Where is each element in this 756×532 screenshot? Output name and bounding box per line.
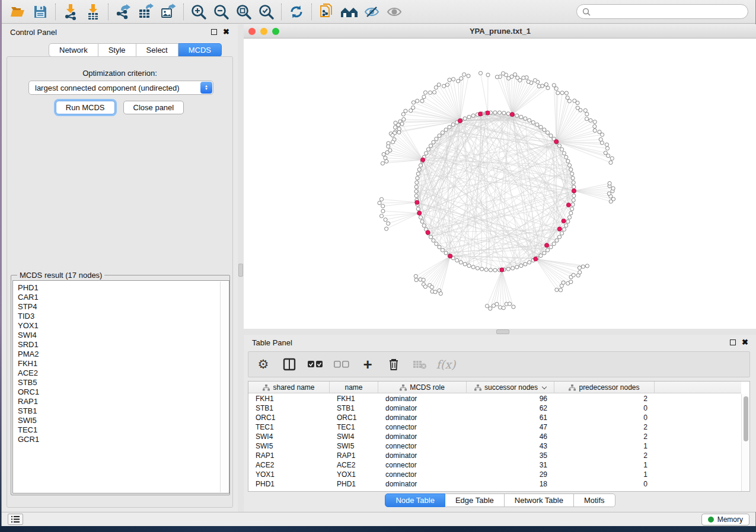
table-cell[interactable]: 0 xyxy=(554,403,655,413)
table-cell[interactable]: 43 xyxy=(467,441,554,451)
table-row[interactable]: FKH1FKH1dominator962 xyxy=(248,394,741,403)
table-cell[interactable]: SWI5 xyxy=(248,441,330,451)
table-settings-icon[interactable]: ⚙ xyxy=(256,357,271,372)
table-row[interactable]: YOX1YOX1connector291 xyxy=(248,470,741,479)
table-cell[interactable]: 62 xyxy=(467,403,554,413)
column-header-name[interactable]: name xyxy=(330,382,378,393)
tab-edge-table[interactable]: Edge Table xyxy=(445,493,505,507)
ndex-icon[interactable] xyxy=(338,2,361,21)
table-row[interactable]: RAP1RAP1dominator352 xyxy=(248,451,741,460)
horizontal-splitter[interactable] xyxy=(244,329,756,335)
close-panel-icon[interactable]: ✖ xyxy=(223,29,229,35)
column-header-successor-nodes[interactable]: successor nodes xyxy=(467,382,554,393)
zoom-out-icon[interactable] xyxy=(210,2,232,21)
vertical-splitter[interactable] xyxy=(238,24,244,512)
table-cell[interactable]: RAP1 xyxy=(248,451,330,460)
table-row[interactable]: ORC1ORC1dominator610 xyxy=(248,413,741,422)
mcds-result-item[interactable]: ORC1 xyxy=(18,387,229,397)
table-cell[interactable]: YOX1 xyxy=(248,470,330,479)
table-cell[interactable]: RAP1 xyxy=(330,451,378,460)
column-header-MCDS-role[interactable]: MCDS role xyxy=(378,382,467,393)
task-history-button[interactable] xyxy=(8,514,23,525)
mcds-result-item[interactable]: CAR1 xyxy=(18,293,229,302)
splitter-grip[interactable] xyxy=(238,264,243,277)
table-cell[interactable]: 2 xyxy=(554,432,655,441)
mcds-result-item[interactable]: SWI5 xyxy=(18,416,229,425)
table-cell[interactable]: ORC1 xyxy=(248,413,330,422)
mcds-result-item[interactable]: GCR1 xyxy=(18,435,229,444)
table-cell[interactable]: 96 xyxy=(467,394,554,403)
mcds-result-item[interactable]: SWI4 xyxy=(18,331,229,340)
table-cell[interactable]: connector xyxy=(378,422,467,432)
table-cell[interactable]: STB1 xyxy=(248,403,330,413)
tab-mcds[interactable]: MCDS xyxy=(178,43,222,57)
table-cell[interactable]: dominator xyxy=(378,413,467,422)
export-table-icon[interactable] xyxy=(135,2,157,21)
unselect-all-columns-icon[interactable] xyxy=(334,357,349,372)
table-cell[interactable]: YOX1 xyxy=(330,470,378,479)
float-panel-icon[interactable] xyxy=(730,339,736,345)
mcds-result-list[interactable]: PHD1CAR1STP4TID3YOX1SWI4SRD1PMA2FKH1ACE2… xyxy=(12,280,229,493)
create-column-icon[interactable]: + xyxy=(360,357,375,372)
export-network-icon[interactable] xyxy=(112,2,135,21)
table-row[interactable]: PHD1PHD1dominator180 xyxy=(248,479,741,489)
table-cell[interactable]: 0 xyxy=(554,413,655,422)
table-cell[interactable]: STB1 xyxy=(330,403,378,413)
mcds-result-item[interactable]: STB5 xyxy=(18,378,229,387)
save-session-icon[interactable] xyxy=(29,2,52,21)
tab-network[interactable]: Network xyxy=(49,43,98,57)
table-cell[interactable]: TEC1 xyxy=(330,422,378,432)
mcds-result-item[interactable]: PMA2 xyxy=(18,350,229,359)
zoom-fit-icon[interactable] xyxy=(232,2,255,21)
zoom-in-icon[interactable] xyxy=(187,2,210,21)
delete-column-icon[interactable] xyxy=(386,357,401,372)
tab-style[interactable]: Style xyxy=(98,43,136,57)
tab-node-table[interactable]: Node Table xyxy=(385,493,445,507)
table-cell[interactable]: 0 xyxy=(554,479,655,489)
table-row[interactable]: TEC1TEC1connector472 xyxy=(248,422,741,432)
table-cell[interactable]: TEC1 xyxy=(248,422,330,432)
table-cell[interactable]: SWI4 xyxy=(330,432,378,441)
table-cell[interactable]: 2 xyxy=(554,451,655,460)
scrollbar-thumb[interactable] xyxy=(744,396,748,441)
table-cell[interactable]: dominator xyxy=(378,403,467,413)
table-cell[interactable]: 1 xyxy=(554,441,655,451)
table-row[interactable]: SWI4SWI4dominator462 xyxy=(248,432,741,441)
table-cell[interactable]: PHD1 xyxy=(330,479,378,489)
table-cell[interactable]: 35 xyxy=(467,451,554,460)
zoom-selected-icon[interactable] xyxy=(255,2,277,21)
table-row[interactable]: STB1STB1dominator620 xyxy=(248,403,741,413)
tab-motifs[interactable]: Motifs xyxy=(574,493,615,507)
tab-network-table[interactable]: Network Table xyxy=(505,493,574,507)
mcds-result-item[interactable]: PHD1 xyxy=(18,283,229,293)
mcds-list-scrollbar[interactable] xyxy=(220,281,228,492)
table-cell[interactable]: FKH1 xyxy=(330,394,378,403)
table-cell[interactable]: 61 xyxy=(467,413,554,422)
table-cell[interactable]: 2 xyxy=(554,422,655,432)
float-panel-icon[interactable] xyxy=(211,29,217,35)
close-panel-button[interactable]: Close panel xyxy=(123,101,184,114)
mcds-result-item[interactable]: STB1 xyxy=(18,406,229,416)
show-all-icon[interactable] xyxy=(383,2,406,21)
table-row[interactable]: ACE2ACE2connector311 xyxy=(248,460,741,470)
table-cell[interactable]: 47 xyxy=(467,422,554,432)
table-cell[interactable]: dominator xyxy=(378,451,467,460)
network-graph[interactable] xyxy=(244,39,756,329)
network-window-titlebar[interactable]: YPA_prune.txt_1 xyxy=(244,24,756,39)
column-header-predecessor-nodes[interactable]: predecessor nodes xyxy=(554,382,655,393)
table-cell[interactable]: SWI5 xyxy=(330,441,378,451)
run-mcds-button[interactable]: Run MCDS xyxy=(56,101,115,114)
tab-select[interactable]: Select xyxy=(136,43,178,57)
table-cell[interactable]: dominator xyxy=(378,394,467,403)
refresh-icon[interactable] xyxy=(285,2,308,21)
table-cell[interactable]: connector xyxy=(378,470,467,479)
table-cell[interactable]: dominator xyxy=(378,479,467,489)
table-cell[interactable]: FKH1 xyxy=(248,394,330,403)
mcds-result-item[interactable]: TID3 xyxy=(18,312,229,321)
table-cell[interactable]: PHD1 xyxy=(248,479,330,489)
table-cell[interactable]: dominator xyxy=(378,432,467,441)
table-cell[interactable]: 1 xyxy=(554,460,655,470)
mcds-result-item[interactable]: YOX1 xyxy=(18,321,229,331)
open-file-icon[interactable] xyxy=(7,2,29,21)
table-cell[interactable]: SWI4 xyxy=(248,432,330,441)
